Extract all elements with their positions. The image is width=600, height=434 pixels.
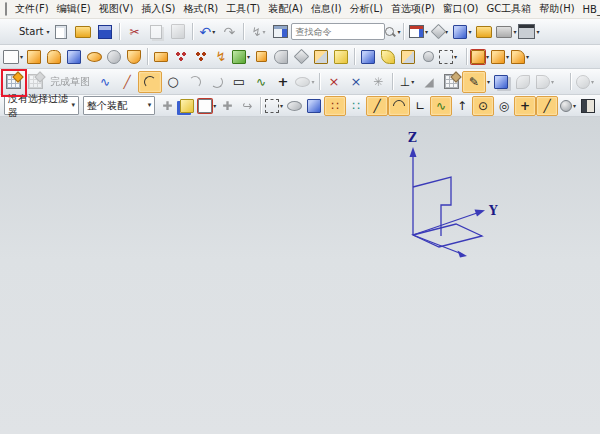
- line-button[interactable]: ╱: [116, 72, 138, 92]
- geometric-constraint-button[interactable]: ⊥▾: [396, 72, 418, 92]
- display-mode-button[interactable]: ▾: [429, 22, 451, 42]
- menu-insert[interactable]: 插入(S): [137, 1, 179, 17]
- close-part-folder-button[interactable]: ▾: [495, 22, 517, 42]
- menu-edit[interactable]: 编辑(E): [53, 1, 95, 17]
- cut-button[interactable]: ✂: [123, 22, 145, 42]
- snap-corner-toggle[interactable]: ∟: [410, 97, 430, 115]
- chevron-down-icon: ▾: [573, 103, 576, 109]
- start-menu-button[interactable]: Start ▾: [2, 22, 50, 42]
- view-layout-button[interactable]: ▾: [407, 22, 429, 42]
- block-button[interactable]: [24, 48, 44, 66]
- marquee-select-button[interactable]: ▾: [264, 97, 284, 115]
- sketch-sheet-button[interactable]: [440, 72, 462, 92]
- wcs-triad: Z Y: [392, 125, 512, 275]
- screen-split-button[interactable]: [269, 22, 291, 42]
- snap-spline-point-toggle[interactable]: ∿: [430, 96, 452, 116]
- pattern-face-button[interactable]: [171, 48, 191, 66]
- menu-preferences[interactable]: 首选项(P): [387, 1, 439, 17]
- rectangle-button[interactable]: ▭: [228, 72, 250, 92]
- assemble-button[interactable]: [331, 48, 351, 66]
- snap-existing-point-toggle[interactable]: +: [514, 96, 536, 116]
- trim-sheet-button[interactable]: [398, 48, 418, 66]
- trim-body-button[interactable]: ↯: [211, 48, 231, 66]
- menu-analysis[interactable]: 分析(L): [346, 1, 387, 17]
- undo-button[interactable]: ↶▾: [196, 22, 218, 42]
- chevron-down-icon: ▾: [71, 102, 75, 109]
- move-face-icon: [232, 50, 246, 64]
- rectangle-icon: ▭: [233, 75, 245, 88]
- datum-plane-button[interactable]: ▾: [2, 48, 24, 66]
- show-solid-button[interactable]: [304, 97, 324, 115]
- extrude-button[interactable]: [64, 48, 84, 66]
- chevron-down-icon[interactable]: ▾: [397, 29, 400, 35]
- point-set-button[interactable]: ▾: [470, 48, 490, 66]
- arc-button[interactable]: [138, 71, 162, 93]
- quick-trim-button[interactable]: ×: [323, 72, 345, 92]
- graphics-viewport[interactable]: Z Y: [0, 117, 600, 434]
- menu-window[interactable]: 窗口(O): [439, 1, 483, 17]
- sweep-button[interactable]: [124, 48, 144, 66]
- circle-button[interactable]: ○: [162, 72, 184, 92]
- window-frame-button[interactable]: ▾: [517, 22, 540, 42]
- snap-point-on-curve-toggle[interactable]: ╱: [536, 96, 558, 116]
- combine-button[interactable]: [311, 48, 331, 66]
- new-button[interactable]: [50, 22, 72, 42]
- snap-ellipse-center-toggle[interactable]: ◎: [494, 97, 514, 115]
- menu-view[interactable]: 视图(V): [95, 1, 138, 17]
- separator: [319, 73, 320, 90]
- snap-quadrant-toggle[interactable]: ↑: [452, 97, 472, 115]
- snap-end-point-toggle[interactable]: ╱: [366, 96, 388, 116]
- menu-format[interactable]: 格式(R): [180, 1, 223, 17]
- surface-button-1[interactable]: ▾: [490, 48, 510, 66]
- revolve-button[interactable]: [84, 48, 104, 66]
- show-shaded-button[interactable]: [284, 97, 304, 115]
- menu-hb-mould[interactable]: HB_MOULD M6.3: [579, 3, 600, 16]
- menu-file[interactable]: 文件(F): [11, 1, 53, 17]
- menu-assemblies[interactable]: 装配(A): [264, 1, 307, 17]
- snap-tangent-point-toggle[interactable]: [388, 96, 410, 116]
- command-finder-input[interactable]: [291, 23, 385, 40]
- instance-geometry-button[interactable]: [151, 48, 171, 66]
- pattern-feature-button[interactable]: [191, 48, 211, 66]
- hole-icon: [107, 50, 121, 64]
- studio-spline-button[interactable]: ∿: [250, 72, 272, 92]
- snap-point-toggle[interactable]: ∷: [324, 96, 346, 116]
- selection-scope-select[interactable]: 整个装配 ▾: [83, 96, 155, 115]
- open-button[interactable]: [72, 22, 94, 42]
- information-book-button[interactable]: [578, 97, 598, 115]
- feature-toolbar: ▾ ↯ ▾ ▾ ▾ ▾ ▾: [0, 45, 600, 69]
- wireframe-cube-button[interactable]: ▾: [438, 48, 458, 66]
- offset-face-button[interactable]: [251, 48, 271, 66]
- z-arrowhead: [410, 147, 417, 157]
- menu-gc-toolbox[interactable]: GC工具箱: [483, 1, 536, 17]
- handles-icon: [180, 99, 194, 113]
- move-face-button[interactable]: ▾: [231, 48, 251, 66]
- snap-arc-center-toggle[interactable]: ⊙: [472, 96, 494, 116]
- snap-point-on-face-toggle[interactable]: ▾: [558, 97, 578, 115]
- mirror-curve-button[interactable]: [490, 72, 512, 92]
- menu-help[interactable]: 帮助(H): [535, 1, 578, 17]
- type-filter-select[interactable]: 没有选择过滤器 ▾: [4, 96, 79, 115]
- unite-body-button[interactable]: [358, 48, 378, 66]
- draft-button[interactable]: [271, 48, 291, 66]
- split-body-button[interactable]: [378, 48, 398, 66]
- snap-point-cloud-toggle[interactable]: ∷: [346, 97, 366, 115]
- menu-information[interactable]: 信息(I): [307, 1, 346, 17]
- boss-button[interactable]: [44, 48, 64, 66]
- inferred-dimension-button[interactable]: ✎: [462, 71, 486, 93]
- intersect-button[interactable]: [418, 48, 438, 66]
- select-handles-button[interactable]: [177, 97, 197, 115]
- open-part-folder-button[interactable]: [473, 22, 495, 42]
- surface-button-2[interactable]: ▾: [510, 48, 530, 66]
- framed-select-button[interactable]: ▾: [197, 97, 217, 115]
- point-button[interactable]: +: [272, 72, 294, 92]
- shell-button[interactable]: [291, 48, 311, 66]
- menu-tools[interactable]: 工具(T): [222, 1, 264, 17]
- save-button[interactable]: [94, 22, 116, 42]
- end-point-icon: ╱: [373, 100, 380, 112]
- orient-view-button[interactable]: ▾: [451, 22, 473, 42]
- hole-button[interactable]: [104, 48, 124, 66]
- profile-button[interactable]: ∿: [94, 72, 116, 92]
- sketch-button[interactable]: [2, 72, 24, 92]
- quick-extend-button[interactable]: ×: [345, 72, 367, 92]
